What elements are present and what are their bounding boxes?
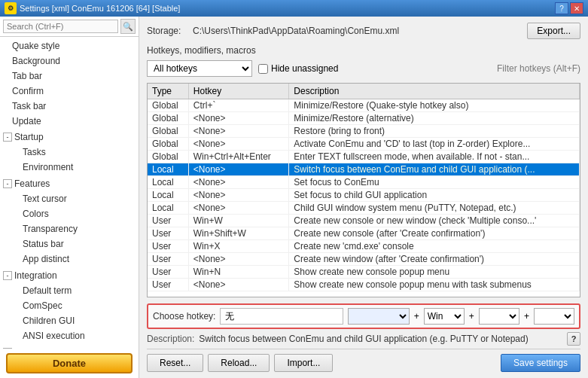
- sidebar-item-background[interactable]: Background: [0, 53, 139, 69]
- title-bar-left: ⚙ Settings [xml] ConEmu 161206 [64] [Sta…: [5, 2, 180, 14]
- save-button[interactable]: Save settings: [501, 354, 580, 372]
- integration-expander[interactable]: -: [3, 271, 12, 280]
- storage-row: Storage: C:\Users\ThinkPad\AppData\Roami…: [147, 23, 580, 39]
- cell-hotkey: Win+Shift+W: [188, 227, 289, 240]
- sidebar-item-taskbar[interactable]: Task bar: [0, 99, 139, 114]
- cell-hotkey: <None>: [188, 163, 289, 176]
- table-row[interactable]: Local<None>Set focus to child GUI applic…: [148, 189, 580, 202]
- hotkeys-data-table: Type Hotkey Description GlobalCtrl+`Mini…: [148, 84, 580, 291]
- col-type: Type: [148, 84, 188, 99]
- reset-button[interactable]: Reset...: [147, 354, 203, 372]
- table-row[interactable]: Local<None>Switch focus between ConEmu a…: [148, 163, 580, 176]
- table-row[interactable]: User<None>Show create new console popup …: [148, 279, 580, 291]
- cell-description: Show create new console popup menu with …: [289, 279, 580, 291]
- app-icon: ⚙: [5, 2, 17, 14]
- help-title-btn[interactable]: ?: [555, 2, 568, 14]
- table-row[interactable]: UserWin+NShow create new console popup m…: [148, 266, 580, 279]
- hide-unassigned-label: Hide unassigned: [258, 63, 338, 74]
- mod-dropdown3[interactable]: Ctrl Alt Shift: [534, 308, 574, 325]
- table-row[interactable]: Local<None>Set focus to ConEmu: [148, 176, 580, 189]
- table-row[interactable]: GlobalCtrl+`Minimize/Restore (Quake-styl…: [148, 99, 580, 112]
- footer-buttons: Reset... Reload... Import... Save settin…: [147, 349, 580, 372]
- sidebar-item-colors[interactable]: Colors: [11, 206, 139, 221]
- sidebar-item-textcursor[interactable]: Text cursor: [11, 191, 139, 206]
- close-title-btn[interactable]: ✕: [570, 2, 583, 14]
- table-row[interactable]: UserWin+WCreate new console or new windo…: [148, 215, 580, 227]
- mod-dropdown-win[interactable]: Win Ctrl Alt Shift None: [424, 308, 465, 325]
- sidebar-item-childrengui[interactable]: Children GUI: [11, 313, 139, 328]
- search-button[interactable]: 🔍: [120, 19, 136, 34]
- filter-hotkeys-label: Filter hotkeys (Alt+F): [497, 63, 580, 74]
- search-input[interactable]: [3, 20, 118, 33]
- cell-description: Create new console or new window (check …: [289, 215, 580, 227]
- hotkey-modifier-dropdown1[interactable]: Ctrl Alt Shift: [348, 308, 409, 325]
- mod-dropdown2[interactable]: Ctrl Alt Shift: [479, 308, 519, 325]
- features-expander[interactable]: -: [3, 179, 12, 188]
- cell-hotkey: <None>: [188, 189, 289, 202]
- sidebar-group-integration-header[interactable]: -Integration: [0, 268, 139, 283]
- description-label: Description:: [147, 334, 194, 344]
- table-row[interactable]: UserWin+XCreate new 'cmd.exe' console: [148, 240, 580, 253]
- import-button[interactable]: Import...: [274, 354, 333, 372]
- cell-hotkey: <None>: [188, 176, 289, 189]
- cell-hotkey: Win+Ctrl+Alt+Enter: [188, 151, 289, 163]
- hotkey-input[interactable]: [220, 308, 343, 325]
- keysmacro-expander[interactable]: -: [3, 348, 12, 349]
- table-row[interactable]: User<None>Create new window (after 'Crea…: [148, 253, 580, 266]
- col-description: Description: [289, 84, 580, 99]
- sidebar-group-features: -Features Text cursor Colors Transparenc…: [0, 175, 139, 267]
- sidebar-item-tasks[interactable]: Tasks: [11, 145, 139, 160]
- sidebar-group-startup-header[interactable]: -Startup: [0, 130, 139, 145]
- description-help-button[interactable]: ?: [567, 332, 580, 346]
- table-row[interactable]: GlobalWin+Ctrl+Alt+EnterEnter TEXT fulls…: [148, 151, 580, 163]
- cell-type: Global: [148, 138, 188, 151]
- sidebar-group-features-header[interactable]: -Features: [0, 176, 139, 191]
- cell-description: Create new console (after 'Create confir…: [289, 227, 580, 240]
- export-button[interactable]: Export...: [527, 23, 580, 39]
- sidebar-group-keysmacro-header[interactable]: -Keys & Macro: [0, 345, 139, 349]
- sidebar-item-transparency[interactable]: Transparency: [11, 221, 139, 236]
- hotkeys-controls: All hotkeys Hide unassigned Filter hotke…: [147, 60, 580, 77]
- cell-type: Global: [148, 99, 188, 112]
- table-row[interactable]: UserWin+Shift+WCreate new console (after…: [148, 227, 580, 240]
- sidebar-item-comspec[interactable]: ComSpec: [11, 298, 139, 313]
- choose-hotkey-label: Choose hotkey:: [153, 311, 215, 322]
- donate-button[interactable]: Donate: [6, 353, 133, 373]
- sidebar-group-integration: -Integration Default term ComSpec Childr…: [0, 267, 139, 344]
- plus-separator2: +: [469, 311, 474, 322]
- search-bar: 🔍: [0, 17, 139, 37]
- storage-label: Storage:: [147, 26, 188, 36]
- sidebar-item-quake[interactable]: Quake style: [0, 38, 139, 53]
- cell-type: User: [148, 253, 188, 266]
- sidebar-item-statusbar[interactable]: Status bar: [11, 236, 139, 251]
- cell-hotkey: Win+N: [188, 266, 289, 279]
- cell-type: Local: [148, 176, 188, 189]
- startup-expander[interactable]: -: [3, 133, 12, 142]
- hotkeys-filter-dropdown[interactable]: All hotkeys: [147, 60, 252, 77]
- table-row[interactable]: Global<None>Activate ConEmu and 'CD' to …: [148, 138, 580, 151]
- sidebar-item-appdistinct[interactable]: App distinct: [11, 251, 139, 267]
- sidebar-item-environment[interactable]: Environment: [11, 160, 139, 175]
- reload-button[interactable]: Reload...: [208, 354, 270, 372]
- plus-separator3: +: [524, 311, 529, 322]
- table-row[interactable]: Local<None>Child GUI window system menu …: [148, 202, 580, 215]
- table-header-row: Type Hotkey Description: [148, 84, 580, 99]
- sidebar-item-tabbar[interactable]: Tab bar: [0, 69, 139, 84]
- cell-type: Global: [148, 151, 188, 163]
- cell-type: User: [148, 227, 188, 240]
- table-row[interactable]: Global<None>Minimize/Restore (alternativ…: [148, 112, 580, 125]
- cell-description: Set focus to child GUI application: [289, 189, 580, 202]
- cell-type: Local: [148, 189, 188, 202]
- cell-hotkey: <None>: [188, 279, 289, 291]
- sidebar-item-ansiexec[interactable]: ANSI execution: [11, 328, 139, 343]
- cell-type: Global: [148, 112, 188, 125]
- sidebar-item-defaultterm[interactable]: Default term: [11, 283, 139, 298]
- integration-children: Default term ComSpec Children GUI ANSI e…: [0, 283, 139, 343]
- sidebar-item-update[interactable]: Update: [0, 114, 139, 129]
- table-row[interactable]: Global<None>Restore (bring to front): [148, 125, 580, 138]
- cell-hotkey: <None>: [188, 253, 289, 266]
- hotkeys-section-title: Hotkeys, modifiers, macros: [147, 45, 580, 56]
- sidebar-item-confirm[interactable]: Confirm: [0, 84, 139, 99]
- cell-hotkey: Win+X: [188, 240, 289, 253]
- hide-unassigned-checkbox[interactable]: [258, 64, 268, 74]
